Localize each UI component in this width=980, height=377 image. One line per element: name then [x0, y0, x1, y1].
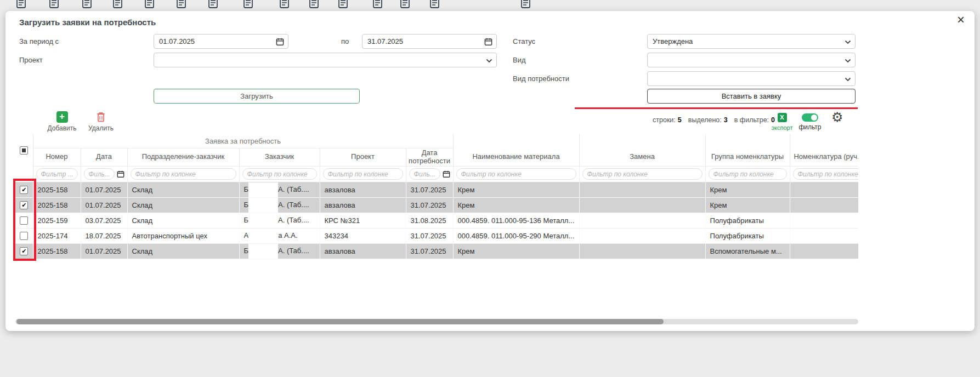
calendar-icon[interactable] [276, 38, 284, 46]
filter-input-need_date[interactable] [409, 168, 440, 180]
column-header-nomen_group[interactable]: Группа номенклатуры [705, 148, 790, 166]
cell-replacement [579, 243, 705, 259]
grid-counts: строки:5выделено:3в фильтре:0 [653, 116, 781, 124]
checkbox-cell: ✔ [15, 197, 33, 213]
row-checkbox[interactable]: ✔ [20, 201, 28, 209]
table-row[interactable]: 2025-15903.07.2025СкладБА. (Таб....КРС №… [15, 213, 858, 228]
refresh-icon[interactable] [429, 0, 441, 11]
toggle-knob [811, 115, 817, 121]
cell-need_date: 31.08.2025 [406, 213, 453, 228]
calendar-icon[interactable] [484, 38, 492, 46]
document-icon[interactable] [279, 0, 291, 11]
load-button[interactable]: Загрузить [154, 89, 360, 104]
column-header-date[interactable]: Дата [81, 148, 127, 166]
project-select[interactable] [154, 53, 497, 67]
table-row[interactable]: 2025-17418.07.2025Автотранспортный цехАа… [15, 228, 858, 243]
mail-icon[interactable] [372, 0, 384, 11]
dialog-title: Загрузить заявки на потребность [19, 18, 156, 27]
checkbox-cell [15, 228, 33, 243]
filter-toggle[interactable]: фильтр [797, 113, 823, 131]
toggle-on-icon[interactable] [802, 113, 818, 122]
cell-date: 03.07.2025 [81, 213, 127, 228]
cell-customer: БА. (Таб.... [239, 243, 320, 259]
scrollbar-thumb[interactable] [16, 319, 664, 324]
filter-input-replacement[interactable] [582, 168, 703, 180]
filter-input-project[interactable] [323, 168, 403, 180]
chevron-down-icon [486, 59, 492, 63]
status-value: Утверждена [648, 35, 855, 48]
row-checkbox[interactable]: ✔ [20, 247, 28, 255]
cell-department: Автотранспортный цех [127, 228, 239, 243]
row-checkbox[interactable] [20, 232, 28, 240]
filter-input-number[interactable] [36, 168, 78, 180]
filter-cell-nomen_group [705, 166, 790, 182]
export-button[interactable]: X экспорт [769, 113, 795, 131]
chart-icon[interactable] [242, 0, 254, 11]
delete-label: Удалить [86, 124, 116, 132]
cell-number: 2025-158 [33, 182, 81, 197]
print-icon[interactable] [81, 0, 93, 11]
cell-department: Склад [127, 213, 239, 228]
export-icon[interactable] [175, 0, 188, 11]
filter-input-date[interactable] [84, 168, 115, 180]
period-from-field[interactable] [154, 35, 288, 48]
redacted-area [248, 198, 278, 213]
insert-into-request-button[interactable]: Вставить в заявку [647, 89, 856, 104]
need-type-select[interactable] [647, 71, 856, 86]
cell-need_date: 31.07.2025 [406, 182, 453, 197]
report-icon[interactable] [337, 0, 349, 11]
filter-cell-nomen_manual [790, 166, 858, 182]
cell-material: 000.4859. 011.000-95-290 Металл... [453, 228, 579, 243]
column-header-replacement[interactable]: Замена [579, 148, 705, 166]
calendar-icon[interactable] [443, 170, 450, 178]
selected-count-value: 3 [724, 116, 728, 124]
band-header: Заявка за потребность [33, 134, 453, 148]
column-header-customer[interactable]: Заказчик [239, 148, 320, 166]
cell-department: Склад [127, 182, 239, 197]
filter-cell-number [33, 166, 81, 182]
period-to-field[interactable] [362, 35, 496, 48]
folder-icon[interactable] [399, 0, 411, 11]
table-row[interactable]: ✔2025-15801.07.2025СкладБА. (Таб....авза… [15, 243, 858, 259]
grid-icon[interactable] [308, 0, 320, 11]
table-row[interactable]: ✔2025-15801.07.2025СкладБА. (Таб....авза… [15, 197, 858, 213]
cell-date: 01.07.2025 [81, 243, 127, 259]
close-icon[interactable]: × [957, 13, 965, 26]
in-filter-count-label: в фильтре: [734, 116, 769, 124]
form-icon[interactable] [112, 0, 124, 11]
table-row[interactable]: ✔2025-15801.07.2025СкладБА. (Таб....авза… [15, 182, 858, 197]
table-icon[interactable] [48, 0, 60, 11]
gear-icon[interactable]: ⚙ [831, 110, 843, 125]
calendar-icon[interactable] [117, 170, 124, 178]
cell-date: 01.07.2025 [81, 197, 127, 213]
type-select[interactable] [647, 53, 856, 67]
column-header-need_date[interactable]: Дата потребности [406, 148, 453, 166]
add-button[interactable]: + Добавить [45, 111, 79, 132]
period-to-input[interactable] [362, 34, 497, 49]
column-header-material[interactable]: Наименование материала [453, 148, 579, 166]
status-select[interactable]: Утверждена [647, 34, 856, 49]
select-all-checkbox[interactable] [20, 146, 28, 155]
delete-button[interactable]: Удалить [86, 111, 116, 132]
column-header-project[interactable]: Проект [320, 148, 406, 166]
row-checkbox[interactable]: ✔ [20, 186, 28, 194]
copy-icon[interactable] [144, 0, 156, 11]
period-from-input[interactable] [154, 34, 288, 49]
cell-customer: БА. (Таб.... [239, 197, 320, 213]
filter-input-material[interactable] [456, 168, 576, 180]
filter-input-nomen_manual[interactable] [793, 168, 858, 180]
column-header-number[interactable]: Номер [33, 148, 81, 166]
filter-input-nomen_group[interactable] [709, 168, 787, 180]
column-header-department[interactable]: Подразделение-заказчик [127, 148, 239, 166]
settings-icon[interactable] [520, 0, 532, 11]
band-spacer [790, 134, 858, 148]
horizontal-scrollbar[interactable] [15, 319, 858, 324]
column-header-nomen_manual[interactable]: Номенклатура (руч. ввод) [790, 148, 858, 166]
document-icon[interactable] [15, 0, 27, 11]
filter-input-customer[interactable] [242, 168, 317, 180]
row-checkbox[interactable] [20, 216, 28, 225]
selected-count-label: выделено: [688, 116, 722, 124]
mail-icon[interactable] [207, 0, 219, 11]
filter-input-department[interactable] [131, 168, 236, 180]
filter-cell-need_date [406, 166, 453, 182]
